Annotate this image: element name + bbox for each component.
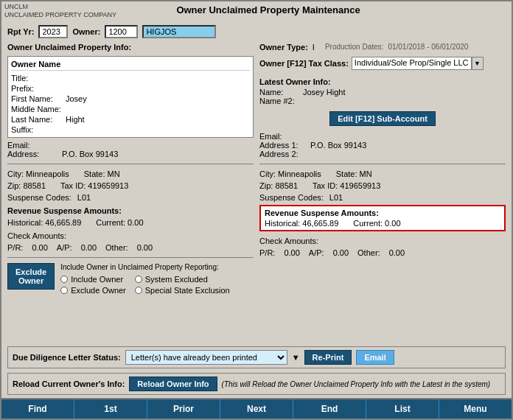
special-state-radio[interactable] [135, 287, 142, 294]
reprint-button[interactable]: Re-Print [304, 350, 352, 365]
first-button[interactable]: 1st [74, 399, 147, 419]
left-taxid-value: 419659913 [88, 181, 128, 190]
right-historical-value: 46,665.89 [302, 219, 338, 228]
include-owner-radio[interactable] [60, 276, 68, 283]
right-check-amounts: P/R: 0.00 A/P: 0.00 Other: 0.00 [259, 248, 506, 257]
reload-owner-info-button[interactable]: Reload Owner Info [129, 377, 217, 391]
left-current-label: Current: [96, 218, 125, 227]
left-section-label: Owner Unclaimed Property Info: [7, 43, 254, 52]
include-owner-radio-row[interactable]: Include Owner [60, 275, 126, 284]
owner-id-input[interactable] [105, 25, 138, 38]
right-email-label: Email: [259, 132, 307, 141]
left-state-group: State: MN [84, 169, 120, 178]
system-excluded-radio[interactable] [135, 276, 142, 283]
left-address-row: Address: P.O. Box 99143 [7, 150, 254, 158]
left-suspense-label: Suspense Codes: [7, 193, 71, 202]
tax-class-label: Owner [F12] Tax Class: [259, 59, 349, 68]
exclude-owner-radio-row[interactable]: Exclude Owner [60, 286, 126, 295]
include-owner-label: Include Owner [71, 275, 123, 284]
right-current-label: Current: [353, 219, 383, 228]
left-taxid-group: Tax ID: 419659913 [60, 181, 128, 190]
left-check-amounts: P/R: 0.00 A/P: 0.00 Other: 0.00 [7, 243, 254, 252]
main-panels: Owner Unclaimed Property Info: Owner Nam… [7, 43, 506, 343]
rpt-yr-input[interactable] [38, 25, 68, 38]
prior-button[interactable]: Prior [147, 399, 220, 419]
right-revenue-amounts: Historical: 46,665.89 Current: 0.00 [265, 219, 500, 228]
due-diligence-label: Due Diligence Letter Status: [13, 353, 121, 362]
left-city-state: City: Minneapolis State: MN [7, 169, 254, 178]
owner-name-input[interactable] [142, 25, 216, 38]
exclude-owner-button[interactable]: ExcludeOwner [7, 263, 55, 290]
right-ap-label: A/P: [309, 248, 324, 257]
owner-label: Owner: [72, 27, 100, 36]
production-dates-value: 01/01/2018 - 06/01/2020 [388, 43, 468, 51]
right-suspense-row: Suspense Codes: L01 [259, 193, 506, 202]
include-label: Include Owner in Unclaimed Property Repo… [60, 263, 230, 271]
list-button[interactable]: List [366, 399, 439, 419]
right-name2-row: Name #2: [259, 97, 506, 105]
title-bar: UNCLM UNCLAIMED PROPERTY COMPANY Owner U… [1, 1, 512, 21]
last-name-value: Hight [66, 115, 85, 124]
right-check-label: Check Amounts: [259, 237, 506, 245]
last-name-row: Last Name: Hight [11, 115, 250, 124]
left-email-row: Email: [7, 141, 254, 150]
right-state-value: MN [360, 169, 372, 178]
right-zip-value: 88581 [275, 181, 298, 190]
reload-description: (This will Reload the Owner Unclaimed Pr… [222, 380, 491, 388]
system-excluded-radio-row[interactable]: System Excluded [135, 275, 230, 284]
left-ap-label: A/P: [57, 243, 72, 252]
left-current-group: Current: 0.00 [96, 218, 143, 227]
left-panel: Owner Unclaimed Property Info: Owner Nam… [7, 43, 254, 343]
exclude-owner-radio[interactable] [60, 287, 68, 294]
special-state-radio-row[interactable]: Special State Exclusion [135, 286, 230, 295]
end-button[interactable]: End [293, 399, 366, 419]
left-state-label: State: [84, 169, 105, 178]
due-diligence-select[interactable]: Letter(s) have already been printed [125, 350, 287, 365]
right-revenue-label: Revenue Suspense Amounts: [265, 209, 500, 217]
left-taxid-label: Tax ID: [60, 181, 86, 190]
app-company: UNCLAIMED PROPERTY COMPANY [4, 11, 116, 19]
right-pr-label: P/R: [259, 248, 275, 257]
owner-type-label: Owner Type: [259, 43, 308, 52]
right-other-label: Other: [357, 248, 380, 257]
first-name-row: First Name: Josey [11, 94, 250, 103]
email-button[interactable]: Email [356, 350, 394, 365]
reload-section-label: Reload Current Owner's Info: [13, 379, 125, 388]
owner-name-header: Owner Name [11, 60, 250, 71]
reporting-options: Include Owner in Unclaimed Property Repo… [60, 263, 230, 295]
right-suspense-value: L01 [329, 193, 343, 202]
reload-section: Reload Current Owner's Info: Reload Owne… [7, 373, 506, 395]
tax-class-select[interactable]: Individual/Sole Prop/Single LLC [352, 57, 472, 70]
next-button[interactable]: Next [220, 399, 293, 419]
left-zip-label: Zip: [7, 181, 21, 190]
left-state-value: MN [108, 169, 120, 178]
menu-button[interactable]: Menu [439, 399, 512, 419]
left-city-group: City: Minneapolis [7, 169, 69, 178]
right-revenue-section: Revenue Suspense Amounts: Historical: 46… [259, 205, 506, 231]
tax-class-select-wrapper[interactable]: Individual/Sole Prop/Single LLC ▼ [352, 57, 484, 70]
left-ap-value: 0.00 [81, 243, 97, 252]
right-taxid-label: Tax ID: [313, 181, 338, 190]
left-city-label: City: [7, 169, 24, 178]
suffix-row: Suffix: [11, 125, 250, 134]
left-revenue-amounts: Historical: 46,665.89 Current: 0.00 [7, 218, 254, 227]
latest-info-section: Latest Owner Info: Name: Josey Hight Nam… [259, 77, 506, 105]
right-state-label: State: [336, 169, 357, 178]
bottom-toolbar: Find 1st Prior Next End List Menu [1, 398, 512, 419]
left-suspense-value: L01 [77, 193, 91, 202]
prefix-row: Prefix: [11, 84, 250, 93]
right-address2-row: Address 2: [259, 150, 506, 158]
right-contact: Email: Address 1: P.O. Box 99143 Address… [259, 132, 506, 158]
edit-sub-account-button[interactable]: Edit [F12] Sub-Account [329, 111, 436, 126]
right-city-value: Minneapolis [278, 169, 321, 178]
tax-class-arrow[interactable]: ▼ [472, 57, 484, 70]
left-zip-value: 88581 [23, 181, 46, 190]
find-button[interactable]: Find [1, 399, 74, 419]
left-email-label: Email: [7, 141, 59, 150]
title-row: Title: [11, 74, 250, 83]
left-revenue-label: Revenue Suspense Amounts: [7, 206, 254, 215]
left-contact: Email: Address: P.O. Box 99143 [7, 141, 254, 158]
rpt-yr-label: Rpt Yr: [7, 27, 34, 36]
radio-cols: Include Owner Exclude Owner [60, 275, 230, 295]
page-title: Owner Unclaimed Property Maintenance [116, 4, 420, 15]
